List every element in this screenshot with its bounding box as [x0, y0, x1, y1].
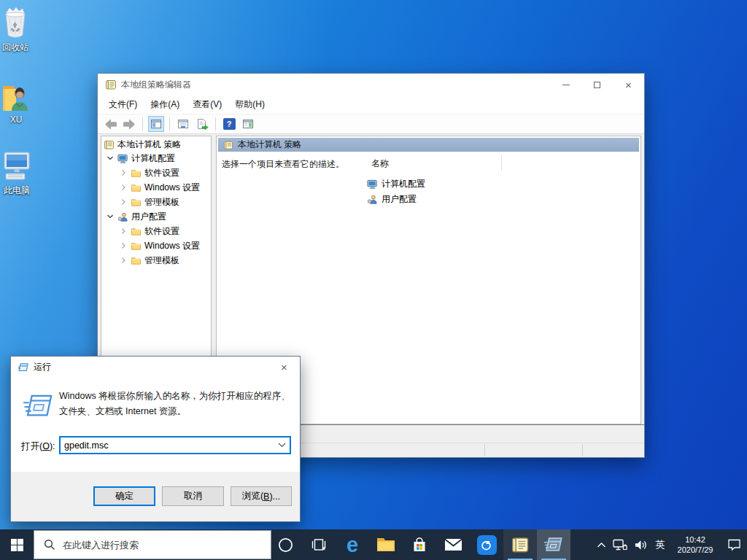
run-taskbar-icon: [543, 536, 564, 553]
console-tree-icon: [150, 118, 162, 130]
taskbar-search-box[interactable]: [34, 530, 271, 559]
chevron-up-icon: [597, 542, 606, 548]
help-button[interactable]: ?: [221, 116, 237, 132]
toolbar-separator: [215, 117, 216, 131]
ok-button[interactable]: 确定: [93, 486, 155, 506]
messaging-app-icon: [477, 535, 497, 555]
forward-button[interactable]: [121, 116, 137, 132]
export-list-button[interactable]: [194, 116, 210, 132]
show-console-tree-button[interactable]: [148, 116, 164, 132]
desktop-icon-recycle-bin[interactable]: 回收站: [0, 6, 31, 54]
ime-indicator[interactable]: 英: [651, 529, 670, 560]
run-dialog-titlebar[interactable]: 运行 ×: [11, 357, 300, 378]
open-input[interactable]: [61, 440, 274, 451]
taskbar-gpedit-button[interactable]: [503, 529, 537, 560]
task-view-icon: [310, 536, 328, 553]
list-item-computer-config[interactable]: 计算机配置: [367, 176, 425, 191]
tree-item-user-admin-templates[interactable]: 管理模板: [101, 253, 211, 268]
column-divider[interactable]: [501, 155, 502, 171]
close-button[interactable]: ×: [613, 74, 644, 96]
tray-overflow-button[interactable]: [592, 529, 610, 560]
folder-icon: [131, 226, 142, 237]
list-item-label: 计算机配置: [382, 178, 425, 190]
cancel-button[interactable]: 取消: [162, 486, 224, 506]
tree-item-user-config[interactable]: 用户配置: [101, 209, 211, 224]
file-explorer-icon: [376, 537, 395, 553]
edge-button[interactable]: e: [336, 529, 369, 560]
back-arrow-icon: [104, 119, 117, 130]
search-input[interactable]: [63, 540, 238, 551]
clock[interactable]: 10:42 2020/7/29: [670, 529, 721, 560]
task-view-button[interactable]: [302, 529, 336, 560]
volume-button[interactable]: [630, 529, 651, 560]
network-status-button[interactable]: [610, 529, 630, 560]
action-center-icon: [727, 538, 741, 551]
search-icon: [44, 539, 55, 551]
gpedit-titlebar[interactable]: 本地组策略编辑器 ×: [98, 74, 644, 96]
open-label: 打开(O):: [21, 440, 55, 453]
tree-item-label: 计算机配置: [131, 152, 175, 165]
user-config-icon: [117, 211, 128, 222]
user-config-icon: [367, 194, 378, 205]
speaker-icon: [634, 539, 648, 551]
action-center-button[interactable]: [721, 529, 747, 560]
tree-item-root[interactable]: 本地计算机 策略: [101, 137, 211, 152]
user-folder-icon: [0, 79, 32, 112]
tree-item-computer-windows[interactable]: Windows 设置: [101, 180, 211, 195]
desktop-icon-label: 此电脑: [0, 184, 34, 197]
taskbar-apps: e: [268, 529, 570, 560]
menu-action[interactable]: 操作(A): [144, 96, 186, 114]
forward-arrow-icon: [123, 119, 136, 130]
combobox-dropdown-button[interactable]: [274, 443, 290, 448]
file-explorer-button[interactable]: [369, 529, 403, 560]
gpedit-app-icon: [105, 79, 117, 90]
mail-icon: [444, 537, 462, 552]
tree-item-computer-software[interactable]: 软件设置: [101, 166, 211, 180]
list-item-user-config[interactable]: 用户配置: [367, 192, 417, 206]
statusbar-pane-divider: [582, 444, 583, 456]
cortana-button[interactable]: [268, 529, 302, 560]
tree-item-label: 用户配置: [131, 211, 166, 223]
tree-item-user-software[interactable]: 软件设置: [101, 224, 211, 238]
tree-item-computer-admin-templates[interactable]: 管理模板: [101, 195, 211, 209]
open-combobox[interactable]: [59, 436, 291, 454]
run-description-line1: Windows 将根据你所输入的名称，为你打开相应的程序、: [59, 389, 290, 404]
back-button[interactable]: [102, 116, 118, 132]
store-button[interactable]: [403, 529, 436, 560]
run-dialog-footer: 确定 取消 浏览(B)...: [11, 472, 300, 521]
desktop-icon-user-folder[interactable]: XU: [0, 79, 32, 125]
menu-view[interactable]: 查看(V): [186, 96, 228, 114]
messaging-app-button[interactable]: [470, 529, 503, 560]
name-column-header[interactable]: 名称: [371, 158, 389, 170]
taskbar-run-button[interactable]: [537, 529, 570, 560]
tree-item-label: 管理模板: [144, 196, 179, 209]
maximize-button[interactable]: [581, 74, 613, 96]
folder-icon: [131, 197, 142, 208]
desktop-icon-this-pc[interactable]: 此电脑: [0, 149, 34, 197]
selection-description: 选择一个项目来查看它的描述。: [222, 158, 344, 171]
toolbar-separator: [169, 117, 170, 131]
properties-button[interactable]: [175, 116, 191, 132]
menu-file[interactable]: 文件(F): [102, 96, 144, 114]
show-action-pane-button[interactable]: [240, 116, 256, 132]
run-close-button[interactable]: ×: [268, 357, 300, 378]
system-tray: 英 10:42 2020/7/29: [592, 529, 747, 560]
minimize-button[interactable]: [550, 74, 581, 96]
mail-button[interactable]: [436, 529, 470, 560]
properties-icon: [177, 118, 189, 130]
run-description: Windows 将根据你所输入的名称，为你打开相应的程序、 文件夹、文档或 In…: [59, 389, 290, 419]
tree-item-label: 管理模板: [144, 254, 179, 267]
chevron-right-icon: [119, 183, 128, 192]
run-icon-large: [23, 393, 55, 421]
folder-icon: [131, 241, 142, 252]
tree-item-label: Windows 设置: [144, 240, 200, 252]
tree-item-computer-config[interactable]: 计算机配置: [101, 151, 211, 166]
start-button[interactable]: [0, 529, 34, 560]
menu-help[interactable]: 帮助(H): [228, 96, 271, 114]
browse-button[interactable]: 浏览(B)...: [231, 486, 292, 506]
tree-item-user-windows[interactable]: Windows 设置: [101, 238, 211, 253]
results-pane-header: 本地计算机 策略: [218, 138, 639, 152]
chevron-right-icon: [119, 168, 128, 177]
policy-scroll-icon: [223, 140, 233, 150]
statusbar-pane-divider: [484, 444, 485, 456]
